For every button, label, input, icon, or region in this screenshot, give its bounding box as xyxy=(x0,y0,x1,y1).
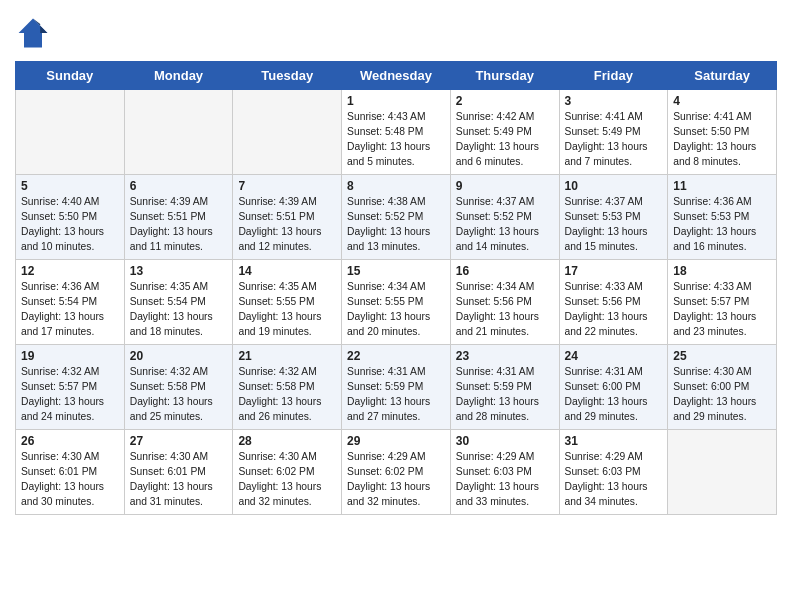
calendar-cell: 19Sunrise: 4:32 AM Sunset: 5:57 PM Dayli… xyxy=(16,345,125,430)
calendar-cell: 20Sunrise: 4:32 AM Sunset: 5:58 PM Dayli… xyxy=(124,345,233,430)
day-number: 2 xyxy=(456,94,554,108)
day-info: Sunrise: 4:39 AM Sunset: 5:51 PM Dayligh… xyxy=(238,195,336,255)
day-number: 8 xyxy=(347,179,445,193)
day-number: 29 xyxy=(347,434,445,448)
day-number: 25 xyxy=(673,349,771,363)
calendar-cell: 23Sunrise: 4:31 AM Sunset: 5:59 PM Dayli… xyxy=(450,345,559,430)
day-info: Sunrise: 4:29 AM Sunset: 6:03 PM Dayligh… xyxy=(565,450,663,510)
calendar-cell: 7Sunrise: 4:39 AM Sunset: 5:51 PM Daylig… xyxy=(233,175,342,260)
day-number: 22 xyxy=(347,349,445,363)
day-info: Sunrise: 4:41 AM Sunset: 5:49 PM Dayligh… xyxy=(565,110,663,170)
day-info: Sunrise: 4:30 AM Sunset: 6:01 PM Dayligh… xyxy=(130,450,228,510)
day-number: 18 xyxy=(673,264,771,278)
logo-icon xyxy=(15,15,51,51)
calendar-cell: 2Sunrise: 4:42 AM Sunset: 5:49 PM Daylig… xyxy=(450,90,559,175)
day-number: 24 xyxy=(565,349,663,363)
day-number: 14 xyxy=(238,264,336,278)
calendar-week-row: 1Sunrise: 4:43 AM Sunset: 5:48 PM Daylig… xyxy=(16,90,777,175)
calendar-cell xyxy=(124,90,233,175)
day-info: Sunrise: 4:42 AM Sunset: 5:49 PM Dayligh… xyxy=(456,110,554,170)
day-number: 30 xyxy=(456,434,554,448)
calendar-cell: 26Sunrise: 4:30 AM Sunset: 6:01 PM Dayli… xyxy=(16,430,125,515)
day-number: 15 xyxy=(347,264,445,278)
day-number: 26 xyxy=(21,434,119,448)
calendar-cell: 31Sunrise: 4:29 AM Sunset: 6:03 PM Dayli… xyxy=(559,430,668,515)
calendar-cell: 8Sunrise: 4:38 AM Sunset: 5:52 PM Daylig… xyxy=(342,175,451,260)
calendar-cell: 17Sunrise: 4:33 AM Sunset: 5:56 PM Dayli… xyxy=(559,260,668,345)
day-number: 20 xyxy=(130,349,228,363)
calendar-cell: 12Sunrise: 4:36 AM Sunset: 5:54 PM Dayli… xyxy=(16,260,125,345)
calendar-cell: 15Sunrise: 4:34 AM Sunset: 5:55 PM Dayli… xyxy=(342,260,451,345)
day-info: Sunrise: 4:31 AM Sunset: 6:00 PM Dayligh… xyxy=(565,365,663,425)
weekday-header-tuesday: Tuesday xyxy=(233,62,342,90)
day-info: Sunrise: 4:32 AM Sunset: 5:58 PM Dayligh… xyxy=(130,365,228,425)
weekday-header-sunday: Sunday xyxy=(16,62,125,90)
page-header xyxy=(15,15,777,51)
day-number: 13 xyxy=(130,264,228,278)
day-info: Sunrise: 4:38 AM Sunset: 5:52 PM Dayligh… xyxy=(347,195,445,255)
day-number: 3 xyxy=(565,94,663,108)
day-info: Sunrise: 4:33 AM Sunset: 5:56 PM Dayligh… xyxy=(565,280,663,340)
logo xyxy=(15,15,53,51)
day-info: Sunrise: 4:43 AM Sunset: 5:48 PM Dayligh… xyxy=(347,110,445,170)
day-number: 27 xyxy=(130,434,228,448)
calendar-cell xyxy=(233,90,342,175)
weekday-header-wednesday: Wednesday xyxy=(342,62,451,90)
day-number: 4 xyxy=(673,94,771,108)
day-info: Sunrise: 4:34 AM Sunset: 5:56 PM Dayligh… xyxy=(456,280,554,340)
calendar-cell: 10Sunrise: 4:37 AM Sunset: 5:53 PM Dayli… xyxy=(559,175,668,260)
day-info: Sunrise: 4:40 AM Sunset: 5:50 PM Dayligh… xyxy=(21,195,119,255)
day-info: Sunrise: 4:29 AM Sunset: 6:03 PM Dayligh… xyxy=(456,450,554,510)
calendar-cell: 16Sunrise: 4:34 AM Sunset: 5:56 PM Dayli… xyxy=(450,260,559,345)
day-number: 31 xyxy=(565,434,663,448)
calendar-table: SundayMondayTuesdayWednesdayThursdayFrid… xyxy=(15,61,777,515)
calendar-cell: 28Sunrise: 4:30 AM Sunset: 6:02 PM Dayli… xyxy=(233,430,342,515)
calendar-cell: 18Sunrise: 4:33 AM Sunset: 5:57 PM Dayli… xyxy=(668,260,777,345)
day-number: 21 xyxy=(238,349,336,363)
calendar-cell: 4Sunrise: 4:41 AM Sunset: 5:50 PM Daylig… xyxy=(668,90,777,175)
weekday-header-saturday: Saturday xyxy=(668,62,777,90)
day-info: Sunrise: 4:30 AM Sunset: 6:02 PM Dayligh… xyxy=(238,450,336,510)
day-info: Sunrise: 4:36 AM Sunset: 5:53 PM Dayligh… xyxy=(673,195,771,255)
calendar-cell: 30Sunrise: 4:29 AM Sunset: 6:03 PM Dayli… xyxy=(450,430,559,515)
day-info: Sunrise: 4:36 AM Sunset: 5:54 PM Dayligh… xyxy=(21,280,119,340)
calendar-cell xyxy=(16,90,125,175)
day-number: 7 xyxy=(238,179,336,193)
day-info: Sunrise: 4:30 AM Sunset: 6:01 PM Dayligh… xyxy=(21,450,119,510)
calendar-cell: 21Sunrise: 4:32 AM Sunset: 5:58 PM Dayli… xyxy=(233,345,342,430)
day-info: Sunrise: 4:34 AM Sunset: 5:55 PM Dayligh… xyxy=(347,280,445,340)
weekday-header-monday: Monday xyxy=(124,62,233,90)
day-info: Sunrise: 4:37 AM Sunset: 5:53 PM Dayligh… xyxy=(565,195,663,255)
calendar-cell: 29Sunrise: 4:29 AM Sunset: 6:02 PM Dayli… xyxy=(342,430,451,515)
calendar-week-row: 5Sunrise: 4:40 AM Sunset: 5:50 PM Daylig… xyxy=(16,175,777,260)
day-number: 6 xyxy=(130,179,228,193)
calendar-cell: 5Sunrise: 4:40 AM Sunset: 5:50 PM Daylig… xyxy=(16,175,125,260)
calendar-cell: 22Sunrise: 4:31 AM Sunset: 5:59 PM Dayli… xyxy=(342,345,451,430)
calendar-cell: 11Sunrise: 4:36 AM Sunset: 5:53 PM Dayli… xyxy=(668,175,777,260)
day-info: Sunrise: 4:31 AM Sunset: 5:59 PM Dayligh… xyxy=(456,365,554,425)
calendar-week-row: 26Sunrise: 4:30 AM Sunset: 6:01 PM Dayli… xyxy=(16,430,777,515)
day-number: 23 xyxy=(456,349,554,363)
calendar-cell xyxy=(668,430,777,515)
day-number: 12 xyxy=(21,264,119,278)
weekday-header-thursday: Thursday xyxy=(450,62,559,90)
calendar-cell: 25Sunrise: 4:30 AM Sunset: 6:00 PM Dayli… xyxy=(668,345,777,430)
calendar-cell: 1Sunrise: 4:43 AM Sunset: 5:48 PM Daylig… xyxy=(342,90,451,175)
day-info: Sunrise: 4:33 AM Sunset: 5:57 PM Dayligh… xyxy=(673,280,771,340)
day-number: 10 xyxy=(565,179,663,193)
calendar-cell: 24Sunrise: 4:31 AM Sunset: 6:00 PM Dayli… xyxy=(559,345,668,430)
day-number: 11 xyxy=(673,179,771,193)
calendar-week-row: 12Sunrise: 4:36 AM Sunset: 5:54 PM Dayli… xyxy=(16,260,777,345)
calendar-cell: 3Sunrise: 4:41 AM Sunset: 5:49 PM Daylig… xyxy=(559,90,668,175)
day-info: Sunrise: 4:30 AM Sunset: 6:00 PM Dayligh… xyxy=(673,365,771,425)
day-info: Sunrise: 4:35 AM Sunset: 5:54 PM Dayligh… xyxy=(130,280,228,340)
calendar-cell: 6Sunrise: 4:39 AM Sunset: 5:51 PM Daylig… xyxy=(124,175,233,260)
weekday-header-row: SundayMondayTuesdayWednesdayThursdayFrid… xyxy=(16,62,777,90)
day-info: Sunrise: 4:37 AM Sunset: 5:52 PM Dayligh… xyxy=(456,195,554,255)
calendar-week-row: 19Sunrise: 4:32 AM Sunset: 5:57 PM Dayli… xyxy=(16,345,777,430)
calendar-cell: 14Sunrise: 4:35 AM Sunset: 5:55 PM Dayli… xyxy=(233,260,342,345)
day-number: 5 xyxy=(21,179,119,193)
calendar-cell: 9Sunrise: 4:37 AM Sunset: 5:52 PM Daylig… xyxy=(450,175,559,260)
calendar-cell: 27Sunrise: 4:30 AM Sunset: 6:01 PM Dayli… xyxy=(124,430,233,515)
day-number: 1 xyxy=(347,94,445,108)
